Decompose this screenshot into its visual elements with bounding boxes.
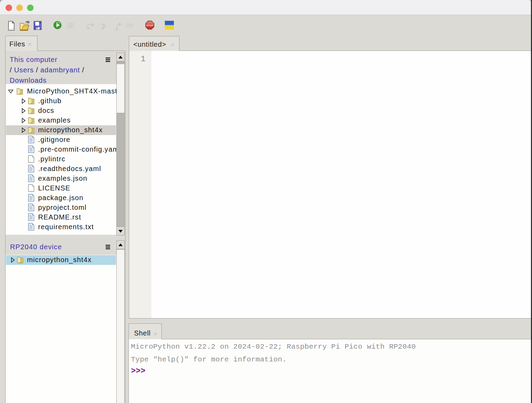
svg-text:STOP: STOP (146, 24, 153, 27)
